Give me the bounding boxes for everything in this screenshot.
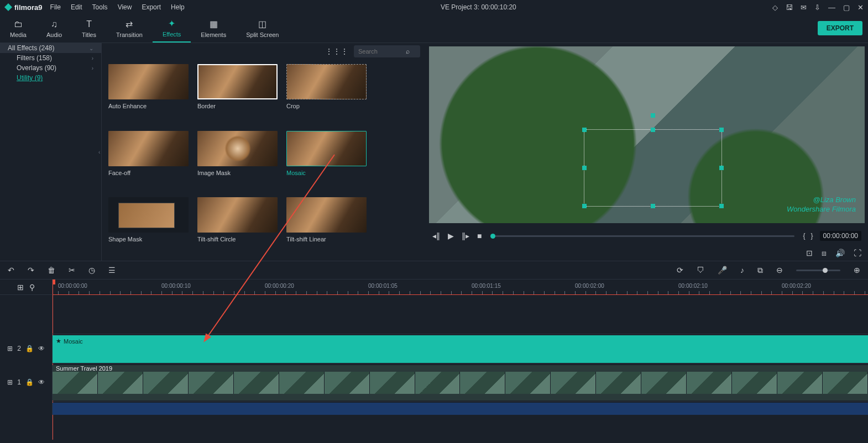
effect-auto-enhance[interactable]: Auto Enhance <box>108 64 189 123</box>
effect-tilt-circle[interactable]: Tilt-shift Circle <box>197 197 278 256</box>
save-icon[interactable]: 🖫 <box>786 3 793 12</box>
selection-handle[interactable] <box>719 128 724 132</box>
effect-face-off[interactable]: Face-off <box>108 131 189 190</box>
effect-image-mask[interactable]: Image Mask <box>197 131 278 190</box>
mark-in-out-icon[interactable]: { } <box>803 232 813 240</box>
track-header-effect[interactable]: ⊞ 2 🔒 👁 <box>0 334 52 363</box>
export-button[interactable]: EXPORT <box>818 21 862 35</box>
search-icon[interactable]: ⌕ <box>406 48 410 55</box>
sidebar-item-utility[interactable]: Utility (9) <box>0 73 101 83</box>
render-icon[interactable]: ⟳ <box>677 266 683 275</box>
track-header-video[interactable]: ⊞ 1 🔒 👁 <box>0 363 52 401</box>
track-manager-icon[interactable]: ⊞ <box>17 283 24 292</box>
eye-icon[interactable]: 👁 <box>38 378 45 386</box>
selection-handle[interactable] <box>582 128 587 132</box>
main-tabs: 🗀Media ♫Audio TTitles ⇄Transition ✦Effec… <box>0 14 868 43</box>
selection-handle[interactable] <box>719 204 724 208</box>
volume-icon[interactable]: 🔊 <box>835 249 845 257</box>
tab-splitscreen[interactable]: ◫Split Screen <box>236 14 289 43</box>
zoom-out-icon[interactable]: ⊖ <box>776 266 783 275</box>
chevron-right-icon: › <box>92 55 93 61</box>
selection-handle[interactable] <box>719 166 724 170</box>
lock-icon[interactable]: 🔒 <box>25 345 34 352</box>
clip-video[interactable]: Summer Travel 2019 <box>53 365 868 400</box>
grid-view-icon[interactable]: ⋮⋮⋮ <box>325 47 348 56</box>
selection-handle[interactable] <box>582 166 587 170</box>
tab-effects[interactable]: ✦Effects <box>153 14 191 43</box>
sparkle-icon: ✦ <box>168 18 175 29</box>
tab-media[interactable]: 🗀Media <box>0 14 36 43</box>
voiceover-icon[interactable]: 🎤 <box>718 266 727 275</box>
timeline-toolbar: ↶ ↷ 🗑 ✂ ◷ ☰ ⟳ ⛉ 🎤 ♪ ⧉ ⊖ ⊕ <box>0 261 868 279</box>
settings-icon[interactable]: ☰ <box>108 266 116 275</box>
tab-titles[interactable]: TTitles <box>72 14 106 43</box>
zoom-slider[interactable] <box>796 270 840 271</box>
marker-icon[interactable]: ◷ <box>88 266 95 275</box>
redo-icon[interactable]: ↷ <box>28 266 34 275</box>
minimize-icon[interactable]: — <box>828 3 835 12</box>
timeline-ruler[interactable]: 00:00:00:0000:00:00:1000:00:00:2000:00:0… <box>53 279 868 295</box>
tab-audio[interactable]: ♫Audio <box>36 14 72 43</box>
effect-border[interactable]: Border <box>197 64 278 123</box>
snapshot-icon[interactable]: ⧇ <box>822 249 827 258</box>
audiomix-icon[interactable]: ♪ <box>740 266 744 275</box>
track-effect[interactable]: ★Mosaic <box>53 334 868 363</box>
timeline-body[interactable]: 00:00:00:0000:00:00:1000:00:00:2000:00:0… <box>53 279 868 440</box>
track-video[interactable]: Summer Travel 2019 <box>53 363 868 401</box>
menu-view[interactable]: View <box>118 3 132 11</box>
preview-seek-slider[interactable] <box>490 235 794 237</box>
clip-thumbnails <box>53 372 868 394</box>
undo-icon[interactable]: ↶ <box>8 266 14 275</box>
mosaic-selection-box[interactable] <box>584 129 722 207</box>
selection-handle[interactable] <box>651 204 655 208</box>
message-icon[interactable]: ✉ <box>801 3 807 12</box>
maximize-icon[interactable]: ▢ <box>843 3 850 12</box>
menu-edit[interactable]: Edit <box>71 3 82 11</box>
magnet-icon[interactable]: ⚲ <box>29 283 35 292</box>
tab-transition[interactable]: ⇄Transition <box>106 14 153 43</box>
app-logo: filmora9 <box>4 3 43 12</box>
shield-icon[interactable]: ⛉ <box>697 266 704 275</box>
menu-help[interactable]: Help <box>171 3 185 11</box>
prev-frame-icon[interactable]: ◂‖ <box>432 231 440 240</box>
account-icon[interactable]: ◇ <box>772 3 778 12</box>
search-input[interactable] <box>358 48 402 55</box>
preview-bottom-tools: ⊡ ⧇ 🔊 ⛶ <box>426 245 868 261</box>
seek-knob[interactable] <box>490 234 495 239</box>
effect-shape-mask[interactable]: Shape Mask <box>108 197 189 256</box>
effect-crop[interactable]: Crop <box>286 64 367 123</box>
transition-icon: ⇄ <box>126 19 133 29</box>
effect-tilt-linear[interactable]: Tilt-shift Linear <box>286 197 367 256</box>
next-frame-icon[interactable]: ‖▸ <box>462 231 469 240</box>
sidebar-item-all-effects[interactable]: All Effects (248)⌄ <box>0 43 101 53</box>
sidebar-item-filters[interactable]: Filters (158)› <box>0 53 101 63</box>
zoom-knob[interactable] <box>823 268 828 273</box>
cut-icon[interactable]: ✂ <box>69 266 75 275</box>
menu-tools[interactable]: Tools <box>92 3 108 11</box>
effect-mosaic[interactable]: Mosaic <box>286 131 367 190</box>
preview-video[interactable]: @Liza Brown Wondershare Filmora <box>429 46 865 223</box>
search-box[interactable]: ⌕ <box>354 45 420 57</box>
ruler-tick: 00:00:02:20 <box>782 283 811 289</box>
menu-file[interactable]: File <box>50 3 61 11</box>
close-icon[interactable]: ✕ <box>857 3 864 12</box>
track-audio[interactable] <box>53 401 868 415</box>
clip-audio[interactable] <box>53 403 868 415</box>
rotation-handle[interactable] <box>651 113 655 118</box>
tab-elements[interactable]: ▦Elements <box>191 14 236 43</box>
play-icon[interactable]: ▶ <box>448 231 454 240</box>
selection-handle[interactable] <box>582 204 587 208</box>
eye-icon[interactable]: 👁 <box>38 345 45 352</box>
menu-export[interactable]: Export <box>142 3 161 11</box>
lock-icon[interactable]: 🔒 <box>25 378 34 386</box>
clip-mosaic[interactable]: ★Mosaic <box>53 335 868 363</box>
selection-handle[interactable] <box>651 128 655 132</box>
fullscreen-icon[interactable]: ⛶ <box>854 249 861 257</box>
crop-icon[interactable]: ⧉ <box>757 266 763 275</box>
sidebar-item-overlays[interactable]: Overlays (90)› <box>0 63 101 73</box>
quality-icon[interactable]: ⊡ <box>806 249 813 257</box>
delete-icon[interactable]: 🗑 <box>48 266 55 275</box>
zoom-in-icon[interactable]: ⊕ <box>854 266 860 275</box>
stop-icon[interactable]: ■ <box>477 231 482 240</box>
mic-icon[interactable]: ⇩ <box>814 3 820 12</box>
